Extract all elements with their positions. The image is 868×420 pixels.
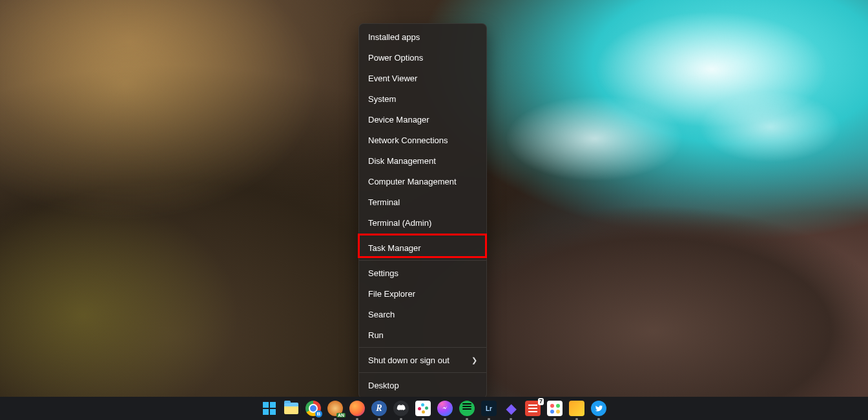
menu-item-shut-down-or-sign-out[interactable]: Shut down or sign out ❯ bbox=[359, 350, 486, 370]
menu-item-desktop[interactable]: Desktop bbox=[359, 375, 486, 395]
menu-item-label: Disk Management bbox=[368, 156, 436, 166]
messenger-icon bbox=[440, 404, 450, 413]
menu-item-label: Terminal bbox=[368, 197, 400, 207]
menu-item-terminal-admin[interactable]: Terminal (Admin) bbox=[359, 212, 486, 233]
lightroom-icon: Lr bbox=[486, 405, 492, 412]
taskbar-obsidian[interactable]: ◆ bbox=[503, 401, 519, 416]
menu-item-label: Device Manager bbox=[368, 115, 429, 125]
wallpaper-foam bbox=[477, 0, 868, 231]
menu-item-settings[interactable]: Settings bbox=[359, 263, 486, 283]
taskbar-ganache[interactable]: AN bbox=[327, 401, 343, 416]
menu-item-run[interactable]: Run bbox=[359, 325, 486, 345]
taskbar-twitter[interactable] bbox=[591, 401, 606, 416]
taskbar-rstudio[interactable]: R bbox=[371, 401, 387, 416]
rstudio-icon: R bbox=[376, 403, 382, 414]
twitter-icon bbox=[594, 404, 603, 413]
taskbar-icons: B AN R bbox=[262, 401, 606, 416]
taskbar-lightroom[interactable]: Lr bbox=[481, 401, 497, 416]
taskbar-file-explorer[interactable] bbox=[284, 401, 299, 416]
taskbar-slack[interactable] bbox=[415, 401, 431, 416]
menu-item-terminal[interactable]: Terminal bbox=[359, 192, 486, 212]
wallpaper-grass bbox=[0, 0, 417, 420]
taskbar-messenger[interactable] bbox=[437, 401, 453, 416]
menu-item-task-manager[interactable]: Task Manager bbox=[359, 237, 486, 258]
menu-item-label: Event Viewer bbox=[368, 74, 417, 83]
discord-icon bbox=[396, 403, 406, 414]
menu-item-network-connections[interactable]: Network Connections bbox=[359, 130, 486, 150]
taskbar-discord[interactable] bbox=[393, 401, 409, 416]
menu-item-search[interactable]: Search bbox=[359, 304, 486, 325]
menu-separator bbox=[359, 347, 486, 348]
menu-item-label: Desktop bbox=[368, 381, 399, 390]
ganache-badge: AN bbox=[336, 413, 346, 417]
menu-item-label: Settings bbox=[368, 268, 398, 278]
taskbar-app-dots[interactable] bbox=[547, 401, 563, 416]
dots-icon bbox=[550, 404, 560, 414]
taskbar: B AN R bbox=[0, 397, 868, 420]
menu-item-label: System bbox=[368, 94, 396, 104]
taskbar-pieces[interactable] bbox=[569, 401, 584, 416]
menu-item-computer-management[interactable]: Computer Management bbox=[359, 171, 486, 192]
start-button[interactable] bbox=[262, 401, 277, 416]
taskbar-firefox[interactable] bbox=[349, 401, 365, 416]
menu-item-label: Computer Management bbox=[368, 177, 457, 186]
taskbar-spotify[interactable] bbox=[459, 401, 475, 416]
menu-item-label: Shut down or sign out bbox=[368, 355, 450, 365]
menu-separator bbox=[359, 372, 486, 373]
todoist-badge: 7 bbox=[538, 398, 544, 405]
menu-item-device-manager[interactable]: Device Manager bbox=[359, 109, 486, 130]
menu-item-label: Run bbox=[368, 330, 384, 340]
menu-item-event-viewer[interactable]: Event Viewer bbox=[359, 68, 486, 88]
chevron-right-icon: ❯ bbox=[471, 356, 477, 365]
menu-item-installed-apps[interactable]: Installed apps bbox=[359, 26, 486, 47]
menu-item-label: Search bbox=[368, 310, 395, 319]
chrome-badge: B bbox=[315, 410, 322, 417]
taskbar-chrome[interactable]: B bbox=[305, 401, 321, 416]
menu-item-file-explorer[interactable]: File Explorer bbox=[359, 283, 486, 304]
slack-icon bbox=[418, 403, 428, 414]
menu-item-label: Power Options bbox=[368, 53, 423, 63]
file-explorer-icon bbox=[284, 403, 298, 414]
menu-item-label: File Explorer bbox=[368, 289, 415, 299]
winx-context-menu: Installed apps Power Options Event Viewe… bbox=[358, 23, 487, 399]
taskbar-todoist[interactable]: 7 bbox=[525, 401, 541, 416]
menu-item-label: Installed apps bbox=[368, 32, 420, 42]
obsidian-icon: ◆ bbox=[506, 401, 516, 416]
menu-item-label: Task Manager bbox=[368, 243, 421, 253]
menu-item-label: Network Connections bbox=[368, 135, 448, 145]
menu-item-label: Terminal (Admin) bbox=[368, 218, 431, 228]
windows-logo-icon bbox=[263, 402, 276, 415]
menu-item-system[interactable]: System bbox=[359, 88, 486, 109]
menu-separator bbox=[359, 235, 486, 235]
menu-item-power-options[interactable]: Power Options bbox=[359, 47, 486, 68]
menu-separator bbox=[359, 260, 486, 261]
menu-item-disk-management[interactable]: Disk Management bbox=[359, 150, 486, 171]
